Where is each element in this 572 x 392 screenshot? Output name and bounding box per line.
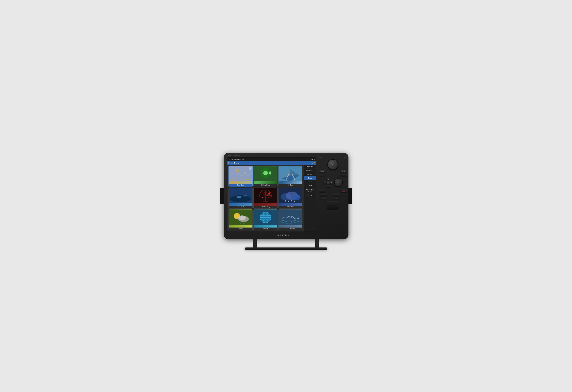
forecast-label: Forecast xyxy=(238,228,243,229)
nav-mark-row: NAV INFO MARK SOS xyxy=(319,189,347,192)
grid-item-sea-conditions[interactable]: Sea Conditions xyxy=(278,209,302,230)
screen: ← GPSMAP 1042xsv 📷 ⊞ Home - Charts xyxy=(227,158,316,231)
nav-info-label: NAV INFO xyxy=(320,190,324,192)
gps-prefix: GPS xyxy=(228,155,231,157)
svg-point-9 xyxy=(230,195,251,202)
sos-label: SOS xyxy=(342,191,346,192)
menu-button[interactable]: MENU xyxy=(319,170,325,173)
grid-item-radar-overlay[interactable]: Radar Overlay xyxy=(254,188,278,209)
back-button[interactable]: BACK xyxy=(319,174,325,177)
signal-bar-2 xyxy=(312,163,312,164)
svg-point-22 xyxy=(262,197,263,198)
button-4[interactable]: 4 xyxy=(333,197,339,200)
down-arrow-icon: ▼ xyxy=(328,185,329,187)
select-label: SELECT xyxy=(342,175,346,176)
device-model-label: GPSMAP MAP XSV xyxy=(228,155,240,157)
back-label: BACK xyxy=(320,175,324,176)
signal-bar-4 xyxy=(313,162,313,164)
power-button[interactable]: ⏻ xyxy=(344,156,347,159)
stand-leg-right xyxy=(315,239,319,248)
svg-point-21 xyxy=(269,193,270,194)
button-2[interactable]: 2 xyxy=(333,194,339,196)
secondary-knob[interactable] xyxy=(334,179,342,186)
svg-point-26 xyxy=(292,194,301,200)
home-section: HOME xyxy=(319,157,322,158)
fishing-chart-label: Fishing Chart xyxy=(261,184,270,186)
signal-bars xyxy=(311,162,313,164)
sidebar-item-sonar[interactable]: Sonar xyxy=(304,180,316,184)
home-power-row: HOME ⏻ xyxy=(319,156,347,159)
select-button[interactable]: SELECT xyxy=(341,174,347,177)
dpad-right-button[interactable]: ▶ xyxy=(330,181,333,184)
mark-sos-button[interactable]: MARK SOS xyxy=(341,189,347,192)
svg-point-5 xyxy=(263,171,269,175)
sidebar: Favorites SmartMode™ Combos Charts Sonar… xyxy=(304,165,316,231)
fish-eye-3d-label: Fish Eye 3D xyxy=(237,206,244,208)
svg-point-2 xyxy=(244,172,246,174)
camera-icon: 📷 xyxy=(311,159,313,160)
garmin-brand-label: GARMIN xyxy=(277,234,290,237)
button-3[interactable]: 3 xyxy=(321,197,327,200)
svg-point-13 xyxy=(237,196,241,198)
main-knob[interactable] xyxy=(328,160,338,170)
signal-bar-1 xyxy=(311,163,311,164)
top-bar: ← GPSMAP 1042xsv 📷 ⊞ xyxy=(227,158,316,161)
screen-title: GPSMAP 1042xsv xyxy=(231,159,311,160)
fishing-label: Fishing xyxy=(263,228,268,229)
up-arrow-icon: ▲ xyxy=(328,179,329,180)
grid-item-fishing-chart[interactable]: Fishing Chart xyxy=(254,166,278,187)
forecast-thumbnail xyxy=(229,209,253,227)
sidebar-item-smartmode[interactable]: SmartMode™ xyxy=(304,168,316,172)
dpad: ▲ ▼ ◀ ▶ xyxy=(323,178,333,187)
model-sub: MAP XSV xyxy=(234,155,240,157)
grid-item-fishing[interactable]: Fishing xyxy=(254,209,278,230)
sidebar-item-charts[interactable]: Charts xyxy=(304,176,316,180)
sidebar-item-radar[interactable]: Radar xyxy=(304,184,316,188)
button-1[interactable]: 1 xyxy=(321,194,327,196)
stand-leg-left xyxy=(253,239,257,248)
dpad-knob-row: ▲ ▼ ◀ ▶ xyxy=(319,178,347,187)
sidebar-item-av-gauges[interactable]: A/V, Gauges, Controls xyxy=(304,188,316,193)
sidebar-item-favorites[interactable]: Favorites xyxy=(304,165,316,168)
back-select-row: BACK SELECT xyxy=(319,174,347,177)
breadcrumb-bar: Home - Charts ⚡ xyxy=(227,161,316,165)
focus-button[interactable]: FOCUS xyxy=(341,170,347,173)
stand-base xyxy=(245,247,327,250)
grid-item-nav-chart[interactable]: Nav. Chart 2 xyxy=(228,166,253,187)
menu-focus-row: MENU FOCUS xyxy=(319,170,347,173)
dpad-left-button[interactable]: ◀ xyxy=(323,181,326,184)
precipitation-label: Precipitation xyxy=(287,206,294,208)
sea-conditions-thumbnail xyxy=(279,209,302,227)
grid-item-fish-eye-3d[interactable]: Fish Eye 3D xyxy=(228,188,253,209)
dpad-up-button[interactable]: ▲ xyxy=(327,178,330,181)
number-buttons: 1 2 3 4 xyxy=(321,194,345,200)
focus-label: FOCUS xyxy=(342,171,346,172)
fishing-chart-thumbnail xyxy=(254,166,277,184)
main-content: Nav. Chart 2 xyxy=(227,165,316,231)
grid-item-forecast[interactable]: Forecast xyxy=(228,209,253,230)
sidebar-item-settings[interactable]: Settings xyxy=(304,193,316,197)
dpad-down-button[interactable]: ▼ xyxy=(327,185,330,187)
grid-icon[interactable]: ⊞ xyxy=(314,159,315,160)
menu-label: MENU xyxy=(320,171,324,172)
touchpad[interactable] xyxy=(327,201,339,211)
svg-point-6 xyxy=(264,172,264,173)
breadcrumb-text: Home - Charts xyxy=(228,162,239,164)
stand-legs xyxy=(245,239,327,248)
3d-chart-thumbnail xyxy=(279,166,302,184)
back-arrow-icon[interactable]: ← xyxy=(228,158,230,161)
svg-rect-1 xyxy=(235,169,239,172)
dpad-center[interactable] xyxy=(327,181,330,184)
precipitation-thumbnail xyxy=(279,188,302,206)
svg-point-34 xyxy=(238,215,246,220)
mark-label: MARK xyxy=(342,190,346,191)
sidebar-item-combos[interactable]: Combos xyxy=(304,172,316,176)
radar-overlay-thumbnail xyxy=(254,188,277,206)
grid-item-precipitation[interactable]: Precipitation xyxy=(278,188,302,209)
nav-info-button[interactable]: NAV INFO xyxy=(319,189,325,192)
grid-item-3d-chart[interactable]: 3D Chart xyxy=(278,166,302,187)
signal-icons: ⚡ xyxy=(311,162,315,164)
control-panel: HOME ⏻ MENU FOCUS BACK xyxy=(318,153,348,239)
right-arrow-icon: ▶ xyxy=(331,182,332,183)
nav-chart-badge: 2 xyxy=(249,167,252,170)
